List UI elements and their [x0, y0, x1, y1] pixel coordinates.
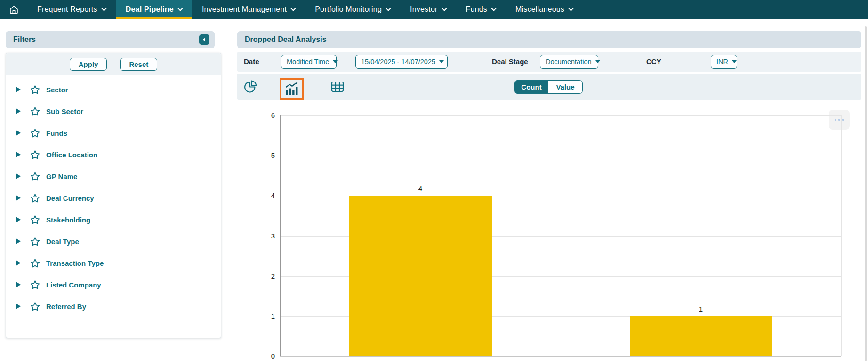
dropdown-caret-icon	[333, 60, 338, 63]
expand-triangle-icon[interactable]	[16, 260, 21, 266]
nav-item-miscellaneous[interactable]: Miscellaneous	[506, 0, 583, 19]
nav-item-deal-pipeline[interactable]: Deal Pipeline	[116, 0, 192, 19]
y-axis-tick-label: 0	[242, 352, 275, 361]
home-button[interactable]	[0, 0, 27, 19]
filter-item-stakeholding[interactable]: Stakeholding	[6, 209, 221, 230]
deal-stage-value: Documentation	[546, 58, 592, 66]
filter-item-label: Office Location	[46, 151, 97, 159]
expand-triangle-icon[interactable]	[16, 238, 21, 244]
expand-triangle-icon[interactable]	[16, 108, 21, 114]
filters-panel: Apply Reset SectorSub SectorFundsOffice …	[6, 53, 221, 338]
value-toggle-button[interactable]: Value	[548, 81, 582, 93]
expand-triangle-icon[interactable]	[16, 152, 21, 157]
nav-item-label: Investment Management	[202, 5, 287, 14]
nav-item-label: Portfolio Monitoring	[315, 5, 382, 14]
filter-item-deal-type[interactable]: Deal Type	[6, 230, 221, 252]
y-axis-tick-label: 6	[242, 111, 275, 120]
nav-item-label: Funds	[466, 5, 487, 14]
star-icon[interactable]	[30, 128, 40, 139]
expand-triangle-icon[interactable]	[16, 304, 21, 309]
star-icon[interactable]	[30, 193, 40, 204]
y-axis-line	[280, 115, 281, 356]
chart-context-menu-button[interactable]	[829, 110, 850, 130]
nav-item-frequent-reports[interactable]: Frequent Reports	[27, 0, 116, 19]
deal-stage-label: Deal Stage	[492, 57, 528, 66]
apply-button[interactable]: Apply	[70, 58, 107, 71]
three-dots-icon	[842, 119, 844, 121]
date-range-value: 15/04/2025 - 14/07/2025	[361, 58, 435, 66]
bar-chart: 012345641	[237, 103, 868, 361]
nav-item-investor[interactable]: Investor	[400, 0, 456, 19]
date-field-value: Modified Time	[287, 58, 329, 66]
collapse-filters-button[interactable]	[199, 34, 209, 45]
pie-chart-view-button[interactable]	[242, 79, 257, 94]
y-axis-tick-label: 5	[242, 151, 275, 160]
filter-item-funds[interactable]: Funds	[6, 122, 221, 144]
star-icon[interactable]	[30, 214, 40, 225]
expand-triangle-icon[interactable]	[16, 217, 21, 222]
chevron-down-icon	[177, 6, 183, 11]
nav-item-label: Deal Pipeline	[126, 5, 174, 14]
dropdown-caret-icon	[732, 60, 737, 63]
bar-data-point-0[interactable]	[349, 196, 492, 356]
filter-item-sector[interactable]: Sector	[6, 79, 221, 100]
nav-item-label: Investor	[410, 5, 438, 14]
filter-item-office-location[interactable]: Office Location	[6, 144, 221, 165]
bar-data-point-1[interactable]	[630, 316, 772, 356]
star-icon[interactable]	[30, 279, 40, 290]
triangle-left-icon	[201, 36, 208, 43]
nav-item-funds[interactable]: Funds	[456, 0, 506, 19]
filter-item-label: Deal Currency	[46, 194, 94, 202]
ccy-label: CCY	[646, 57, 661, 66]
nav-item-investment-management[interactable]: Investment Management	[192, 0, 305, 19]
nav-item-portfolio-monitoring[interactable]: Portfolio Monitoring	[305, 0, 400, 19]
filters-panel-header: Filters	[6, 31, 215, 48]
star-icon[interactable]	[30, 258, 40, 269]
filter-item-label: Sub Sector	[46, 107, 83, 115]
page-title: Dropped Deal Analysis	[245, 35, 327, 44]
filter-item-transaction-type[interactable]: Transaction Type	[6, 252, 221, 274]
pie-chart-icon	[242, 79, 257, 94]
filter-item-sub-sector[interactable]: Sub Sector	[6, 100, 221, 122]
star-icon[interactable]	[30, 171, 40, 182]
star-icon[interactable]	[30, 149, 40, 160]
filter-item-listed-company[interactable]: Listed Company	[6, 274, 221, 295]
date-field-dropdown[interactable]: Modified Time	[281, 55, 337, 69]
date-range-dropdown[interactable]: 15/04/2025 - 14/07/2025	[355, 55, 448, 69]
expand-triangle-icon[interactable]	[16, 195, 21, 201]
ccy-dropdown[interactable]: INR	[711, 55, 737, 69]
dropdown-caret-icon	[595, 60, 600, 63]
y-axis-tick-label: 2	[242, 272, 275, 280]
expand-triangle-icon[interactable]	[16, 173, 21, 179]
vertical-scrollbar[interactable]	[865, 26, 867, 361]
dropdown-caret-icon	[439, 60, 444, 63]
expand-triangle-icon[interactable]	[16, 282, 21, 287]
count-toggle-button[interactable]: Count	[514, 81, 548, 93]
bar-data-label: 4	[406, 184, 434, 192]
chevron-down-icon	[101, 6, 106, 11]
deal-stage-dropdown[interactable]: Documentation	[540, 55, 598, 69]
y-axis-tick-label: 3	[242, 232, 275, 240]
nav-item-label: Frequent Reports	[37, 5, 97, 14]
filter-actions: Apply Reset	[6, 53, 221, 75]
table-view-button[interactable]	[330, 79, 346, 95]
ccy-value: INR	[716, 58, 728, 66]
expand-triangle-icon[interactable]	[16, 130, 21, 136]
three-dots-icon	[835, 119, 837, 121]
chevron-down-icon	[386, 6, 391, 11]
reset-button[interactable]: Reset	[120, 58, 157, 71]
star-icon[interactable]	[30, 236, 40, 247]
star-icon[interactable]	[30, 106, 40, 117]
bar-chart-view-button[interactable]	[280, 78, 304, 100]
star-icon[interactable]	[30, 301, 40, 312]
filter-item-referred-by[interactable]: Referred By	[6, 295, 221, 317]
filter-list: SectorSub SectorFundsOffice LocationGP N…	[6, 75, 221, 317]
home-icon	[8, 4, 19, 15]
filter-item-label: Sector	[46, 86, 68, 94]
expand-triangle-icon[interactable]	[16, 87, 21, 92]
filter-item-gp-name[interactable]: GP Name	[6, 165, 221, 187]
filter-item-label: Transaction Type	[46, 259, 104, 267]
nav-items: Frequent ReportsDeal PipelineInvestment …	[27, 0, 583, 19]
star-icon[interactable]	[30, 84, 40, 95]
filter-item-deal-currency[interactable]: Deal Currency	[6, 187, 221, 209]
